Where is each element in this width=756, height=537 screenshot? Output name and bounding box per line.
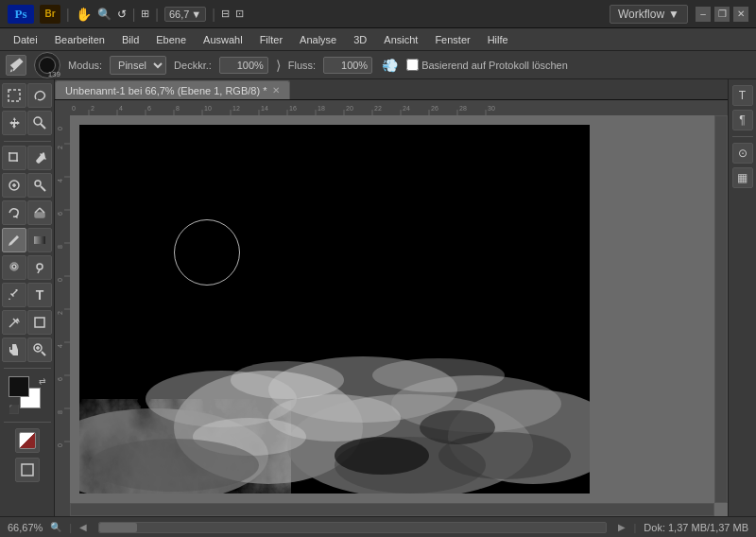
close-button[interactable]: ✕ [733, 7, 748, 22]
blur-tool[interactable] [2, 255, 26, 280]
view-tools [2, 338, 52, 362]
svg-text:12: 12 [232, 105, 240, 112]
svg-text:16: 16 [289, 105, 297, 112]
history-brush-tool[interactable] [2, 200, 26, 225]
hand-view-tool[interactable] [2, 338, 26, 362]
svg-point-12 [12, 265, 16, 268]
svg-text:30: 30 [488, 105, 495, 112]
default-colors-icon[interactable]: ⬛ [9, 405, 19, 414]
scroll-right-icon[interactable]: ▶ [618, 522, 626, 532]
eyedropper-tool[interactable] [27, 146, 52, 170]
airbrush-icon[interactable]: 💨 [380, 56, 399, 75]
mode-select[interactable]: Pinsel [110, 56, 166, 75]
main-area: T [0, 79, 756, 516]
shape-tool[interactable] [27, 310, 52, 335]
opacity-flow-separator: ⟩ [276, 58, 281, 73]
canvas-tab-active[interactable]: Unbenannt-1 bei 66,7% (Ebene 1, RGB/8) *… [55, 80, 290, 99]
zoom-icon[interactable]: 🔍 [50, 522, 61, 532]
clone-tool[interactable] [27, 173, 52, 198]
type-tool[interactable]: T [27, 283, 52, 307]
canvas-wrapper[interactable] [70, 115, 728, 516]
tab-close-icon[interactable]: ✕ [272, 85, 280, 95]
zoom-view-tool[interactable] [27, 338, 52, 362]
layout-icon[interactable]: ⊟ [221, 8, 230, 20]
svg-point-13 [37, 264, 43, 269]
opacity-label: Deckkr.: [174, 60, 212, 71]
view-icon[interactable]: ⊡ [235, 8, 244, 20]
brush-tool-active[interactable] [2, 228, 26, 252]
menu-auswahl[interactable]: Auswahl [196, 32, 250, 47]
scroll-track-horizontal[interactable] [98, 522, 607, 533]
menu-3d[interactable]: 3D [346, 32, 374, 47]
text-panel-icon[interactable]: T [732, 85, 753, 106]
dodge-tool[interactable] [27, 255, 52, 280]
horizontal-scrollbar[interactable] [70, 503, 714, 516]
quick-mask-button[interactable] [15, 428, 40, 453]
move-tool[interactable] [2, 111, 26, 135]
restore-button[interactable]: ❐ [714, 7, 730, 22]
scroll-left-icon[interactable]: ◀ [79, 522, 87, 532]
workflow-label: Workflow [618, 8, 664, 21]
vertical-scrollbar[interactable] [714, 115, 728, 503]
title-separator: | [66, 7, 70, 22]
pen-tool[interactable] [2, 283, 26, 307]
marquee-tool[interactable] [2, 83, 26, 108]
menu-bild[interactable]: Bild [114, 32, 146, 47]
top-ruler: 0 2 4 6 8 10 12 14 [70, 100, 728, 115]
brush-panel-icon[interactable]: ⊙ [732, 143, 753, 164]
erase-label: Basierend auf Protokoll löschen [421, 60, 568, 71]
minimize-button[interactable]: – [696, 7, 711, 22]
crop-tool[interactable] [2, 146, 26, 170]
healing-tool[interactable] [2, 173, 26, 198]
svg-text:24: 24 [403, 105, 410, 112]
zoom-status-value: 66,67% [8, 522, 43, 533]
flow-label: Fluss: [288, 60, 316, 71]
fill-tools [2, 228, 52, 252]
selection-tools [2, 83, 52, 108]
menu-bar: Datei Bearbeiten Bild Ebene Auswahl Filt… [0, 28, 756, 51]
title-separator3: | [155, 7, 159, 22]
menu-filter[interactable]: Filter [252, 32, 290, 47]
svg-text:20: 20 [346, 105, 353, 112]
rotate-tool-icon[interactable]: ↺ [117, 8, 127, 21]
svg-text:6: 6 [57, 212, 63, 216]
text-icon-label: T [739, 89, 746, 102]
tool-separator-1 [4, 141, 51, 142]
path-select-tool[interactable] [2, 310, 26, 335]
layers-panel-icon[interactable]: ▦ [732, 167, 753, 188]
swap-colors-icon[interactable]: ⇄ [39, 376, 46, 386]
workflow-button[interactable]: Workflow ▼ [610, 5, 688, 24]
brush-tool-icon[interactable] [6, 55, 26, 76]
zoom-status: 66,67% [8, 522, 43, 533]
menu-ebene[interactable]: Ebene [148, 32, 194, 47]
brush-icon-label: ⊙ [738, 147, 747, 160]
screen-mode-button[interactable] [15, 458, 40, 482]
zoom-control[interactable]: 66,7 ▼ [164, 7, 206, 22]
status-separator2: | [633, 522, 636, 533]
menu-analyse[interactable]: Analyse [292, 32, 344, 47]
svg-text:4: 4 [57, 179, 63, 182]
brush-preview-button[interactable]: 139 [34, 52, 60, 78]
menu-hilfe[interactable]: Hilfe [480, 32, 516, 47]
foreground-color[interactable] [9, 376, 29, 397]
color-picker[interactable]: ⇄ ⬛ [9, 376, 46, 414]
quick-select-tool[interactable] [27, 111, 52, 135]
menu-ansicht[interactable]: Ansicht [376, 32, 425, 47]
menu-datei[interactable]: Datei [6, 32, 45, 47]
screen-mode-icon[interactable]: ⊞ [141, 8, 149, 20]
menu-fenster[interactable]: Fenster [427, 32, 477, 47]
svg-text:22: 22 [374, 105, 382, 112]
opacity-input[interactable] [219, 57, 268, 74]
zoom-value: 66,7 [169, 9, 189, 20]
paragraph-panel-icon[interactable]: ¶ [732, 110, 753, 130]
erase-checkbox[interactable] [406, 59, 419, 71]
zoom-tool-icon[interactable]: 🔍 [97, 8, 112, 21]
flow-input[interactable] [323, 57, 372, 74]
lasso-tool[interactable] [27, 83, 52, 108]
eraser-tool[interactable] [27, 200, 52, 225]
svg-text:0: 0 [57, 127, 63, 130]
photoshop-canvas[interactable] [79, 125, 590, 494]
gradient-tool[interactable] [27, 228, 52, 252]
menu-bearbeiten[interactable]: Bearbeiten [47, 32, 112, 47]
hand-tool-icon[interactable]: ✋ [76, 7, 92, 22]
